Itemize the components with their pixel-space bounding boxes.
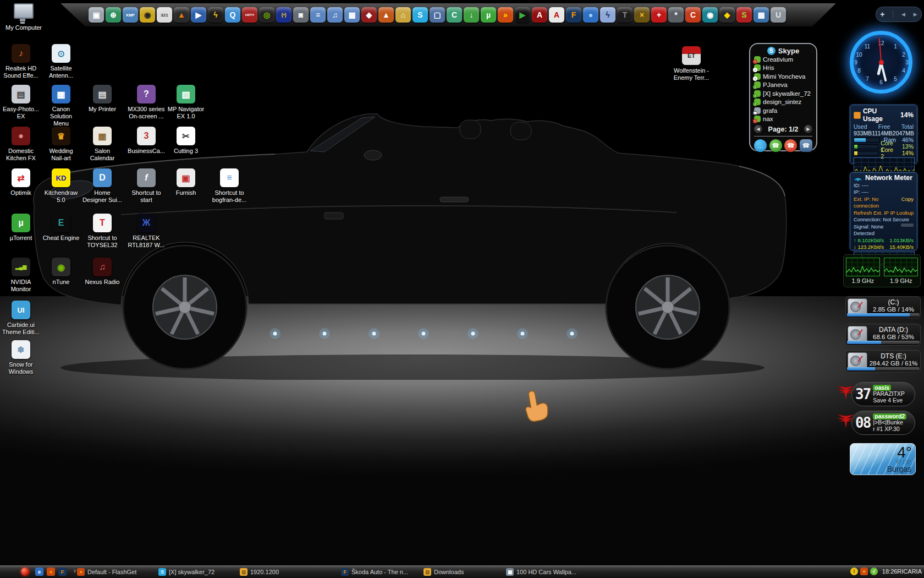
icon-business-cards[interactable]: 3 BusinessCa... xyxy=(126,127,167,155)
skype-contact[interactable]: • Hris xyxy=(754,64,812,73)
dock-broadcast-icon[interactable]: (•) xyxy=(276,7,292,23)
skype-contact[interactable]: √ PJaneva xyxy=(754,81,812,90)
task-flashget[interactable]: » Default - FlashGet xyxy=(77,565,136,578)
dock-avg-icon[interactable]: ◆ xyxy=(719,7,735,23)
desktop-icon-my-computer[interactable]: My Computer xyxy=(0,3,47,31)
taskbar-clock[interactable]: 18:26RICARIA xyxy=(882,568,922,575)
dock-acrobat-distiller-icon[interactable]: A xyxy=(549,7,564,23)
skype-contact[interactable]: − Creativium xyxy=(754,55,812,64)
icon-cutting-3[interactable]: ✂ Cutting 3 xyxy=(166,127,206,155)
dock-launcher-flag-icon[interactable]: ▶ xyxy=(515,7,530,23)
icon-canon-solution-menu[interactable]: ▦ Canon SolutionMenu xyxy=(41,85,81,127)
et-server-widget[interactable]: 08 password2 |>B<|Bunke r #1 XP.30 xyxy=(851,411,915,435)
task-downloads-folder[interactable]: ▤ Downloads xyxy=(424,565,464,578)
tray-flashget-icon[interactable]: » xyxy=(860,568,868,575)
skype-contact[interactable]: − nax xyxy=(754,115,812,124)
dock-nero-icon[interactable]: ◆ xyxy=(361,7,377,23)
task-skype[interactable]: S [X] skywalker_72 xyxy=(158,565,215,578)
dock-desktop-display-icon[interactable]: ▦ xyxy=(754,7,769,23)
dock-shield-cross-icon[interactable]: + xyxy=(651,7,667,23)
icon-shortcut-to-start[interactable]: f Shortcut tostart xyxy=(126,168,167,204)
dock-hdtv-icon[interactable]: HDTV xyxy=(242,7,257,23)
dock-quicktime-icon[interactable]: Q xyxy=(225,7,240,23)
dock-cd-burner-icon[interactable]: ◉ xyxy=(140,7,155,23)
task-hd-cars-wallpapers[interactable]: ▦ 100 HD Cars Wallpa... xyxy=(506,565,576,578)
dock-utorrent-icon[interactable]: µ xyxy=(481,7,496,23)
tray-skype-online-icon[interactable]: √ xyxy=(870,568,878,575)
cpu-usage-widget[interactable]: CPU Usage 14% Used Free Total 933MB 1114… xyxy=(850,105,917,164)
quicklaunch-internet-icon[interactable]: e xyxy=(35,568,43,576)
icon-cheat-engine[interactable]: E Cheat Engine xyxy=(41,214,81,242)
icon-mx300-onscreen-manual[interactable]: ? MX300 seriesOn-screen ... xyxy=(126,85,167,120)
quicklaunch-expand-chevron[interactable]: › xyxy=(74,567,76,575)
dock-folder-music-icon[interactable]: ♫ xyxy=(327,7,343,23)
skype-contact[interactable]: • Mimi Yoncheva xyxy=(754,72,812,81)
skype-next-page-button[interactable]: ▶ xyxy=(804,125,812,133)
dock-kmplayer-icon[interactable]: KMP xyxy=(123,7,138,23)
icon-utorrent[interactable]: µ µTorrent xyxy=(1,214,41,242)
dock-media-player-classic-icon[interactable]: 321 xyxy=(157,7,172,23)
icon-furnish[interactable]: ▣ Furnish xyxy=(166,168,206,197)
icon-ntune[interactable]: ◉ nTune xyxy=(41,258,81,286)
icon-shortcut-bogfran[interactable]: ≡ Shortcut tobogfran-de... xyxy=(209,168,250,204)
network-meter-widget[interactable]: Network Meter ID: ---- IP: ---- Ext. IP:… xyxy=(850,172,917,250)
skype-contact[interactable]: √ [X] skywalker_72 xyxy=(754,89,812,98)
icon-carbide-ui-theme-editor[interactable]: UI Carbide.uiTheme Editi... xyxy=(1,301,41,336)
dock-add-button[interactable]: + xyxy=(880,10,884,19)
dock-ccleaner-icon[interactable]: C xyxy=(685,7,701,23)
dock-internet-globe-icon[interactable]: ● xyxy=(583,7,598,23)
task-folder-1920-1200[interactable]: ▤ 1920.1200 xyxy=(240,565,279,578)
icon-satellite-antenna[interactable]: ⊙ SatelliteAntenn... xyxy=(41,44,81,79)
icon-snow-for-windows[interactable]: ❄ Snow forWindows xyxy=(1,340,41,375)
icon-shortcut-toysel32[interactable]: T Shortcut toTOYSEL32 xyxy=(82,214,123,249)
start-button[interactable] xyxy=(21,568,29,576)
icon-salon-calendar[interactable]: ▦ SalonCalendar xyxy=(82,127,123,162)
icon-mp-navigator-ex[interactable]: ▧ MP NavigatorEX 1.0 xyxy=(166,85,206,120)
dock-camera-icon[interactable]: ◙ xyxy=(293,7,309,23)
icon-my-printer[interactable]: ▤ My Printer xyxy=(82,85,123,113)
icon-realtek-hd-sound[interactable]: ♪ Realtek HDSound Effe... xyxy=(1,44,41,79)
skype-hangup-button[interactable]: ☎ xyxy=(784,139,797,152)
dock-acrobat-reader-icon[interactable]: A xyxy=(532,7,547,23)
drive-widget[interactable]: DATA (D:) 68.6 GB / 53% xyxy=(845,324,921,346)
dock-antivirus-icon[interactable]: S xyxy=(736,7,752,23)
tray-security-shield-icon[interactable]: ! xyxy=(850,568,858,575)
quicklaunch-flashget-icon[interactable]: » xyxy=(47,568,55,576)
dock-network-places-icon[interactable]: ⊕ xyxy=(106,7,121,23)
skype-contact[interactable]: ☎ grafa xyxy=(754,106,812,115)
dock-recycle-bin-icon[interactable]: U xyxy=(771,7,786,23)
dock-prev-button[interactable]: ◀ xyxy=(901,12,905,17)
network-refresh-link[interactable]: Refresh Ext. IP xyxy=(854,210,889,217)
dock-my-computer-icon[interactable]: ▣ xyxy=(89,7,104,23)
dock-home-icon[interactable]: ⌂ xyxy=(395,7,411,23)
dock-video-download-icon[interactable]: ↓ xyxy=(464,7,479,23)
dock-clone-cd-icon[interactable]: C xyxy=(447,7,462,23)
network-copy-link[interactable]: Copy xyxy=(901,196,914,210)
dock-dvd-burning-icon[interactable]: ▲ xyxy=(378,7,394,23)
dock-daemon-tools-icon[interactable]: ϟ xyxy=(600,7,615,23)
dock-media-player-icon[interactable]: ▶ xyxy=(191,7,206,23)
skype-voicemail-button[interactable]: ☎ xyxy=(800,139,812,152)
skype-contact[interactable]: √ design_sintez xyxy=(754,98,812,107)
icon-domestic-kitchen-fx[interactable]: ● DomesticKitchen FX xyxy=(1,127,41,162)
core-frequency-widget[interactable]: 1.9 GHz 1.9 GHz xyxy=(843,254,921,287)
drive-widget[interactable]: DTS (E:) 284.42 GB / 61% xyxy=(845,350,921,372)
icon-wolfenstein-enemy-territory[interactable]: ET Wolfenstein -Enemy Terr... xyxy=(671,46,712,81)
icon-nvidia-monitor[interactable]: ▂▄▆ NVIDIA Monitor xyxy=(1,258,41,293)
dock-winamp-icon[interactable]: ϟ xyxy=(208,7,223,23)
icon-optimik[interactable]: ⇄ Optimik xyxy=(1,168,41,197)
dock-hammer-tool-icon[interactable]: × xyxy=(634,7,650,23)
icon-nexus-radio[interactable]: ♫ Nexus Radio xyxy=(82,258,123,286)
task-firefox-skoda[interactable]: F Škoda Auto - The n... xyxy=(341,565,408,578)
dock-next-button[interactable]: ▶ xyxy=(914,12,917,17)
dock-vlc-icon[interactable]: ▲ xyxy=(174,7,189,23)
et-server-widget[interactable]: 37 oasis PARAZITXP Save 4 Eve xyxy=(851,382,915,406)
icon-easy-photoprint-ex[interactable]: ▤ Easy-Photo...EX xyxy=(1,85,41,120)
dock-folder-documents-icon[interactable]: ≡ xyxy=(310,7,326,23)
dock-firefox-icon[interactable]: F xyxy=(566,7,581,23)
dock-skype-icon[interactable]: S xyxy=(413,7,428,23)
dock-nvidia-icon[interactable]: ◎ xyxy=(259,7,274,23)
dock-folder-pictures-icon[interactable]: ▦ xyxy=(344,7,360,23)
dock-flashget-icon[interactable]: » xyxy=(498,7,513,23)
icon-kitchendraw-5[interactable]: KD Kitchendraw5.0 xyxy=(41,168,81,204)
